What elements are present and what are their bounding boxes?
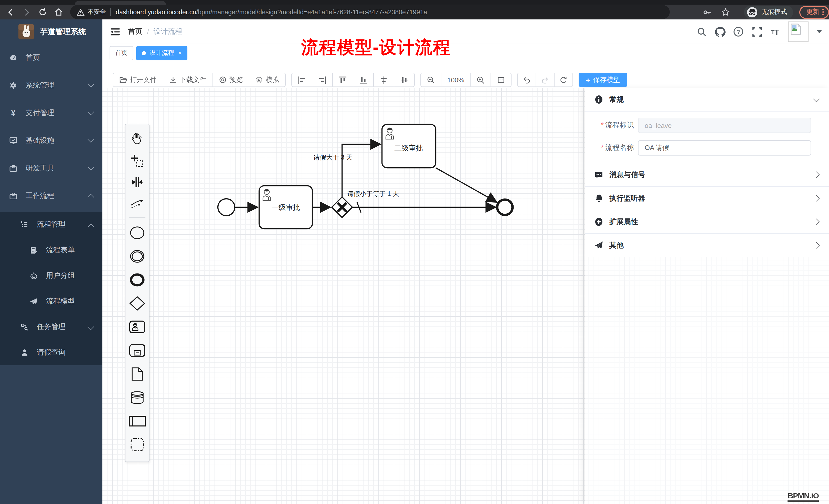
chevron-down-icon bbox=[87, 164, 94, 170]
open-file-button[interactable]: 打开文件 bbox=[113, 73, 163, 87]
yen-icon: ¥ bbox=[9, 109, 17, 117]
process-name-input[interactable] bbox=[638, 140, 811, 156]
align-center-button[interactable] bbox=[394, 73, 415, 87]
incognito-badge: 无痕模式 bbox=[744, 5, 793, 19]
avatar-dropdown-caret[interactable] bbox=[817, 30, 822, 33]
sidebar-collapse-button[interactable] bbox=[110, 26, 121, 37]
sidebar: 芋道管理系统 首页 系统管理 ¥ 支付管理 基础设施 bbox=[0, 20, 102, 504]
search-icon[interactable] bbox=[696, 26, 707, 37]
required-asterisk: * bbox=[601, 143, 604, 151]
url-path: /bpm/manager/model/design?modelId=e4a1a1… bbox=[196, 8, 427, 15]
end-event[interactable] bbox=[497, 200, 512, 215]
sidebar-item-process-model[interactable]: 流程模型 bbox=[0, 288, 102, 314]
font-size-icon[interactable]: TT bbox=[769, 26, 781, 37]
sidebar-item-infra[interactable]: 基础设施 bbox=[0, 127, 102, 155]
field-label: *流程标识 bbox=[585, 121, 634, 130]
flow-nodes-icon bbox=[21, 323, 29, 331]
undo-button[interactable] bbox=[517, 73, 536, 87]
tab-home[interactable]: 首页 bbox=[110, 46, 133, 60]
sidebar-item-home[interactable]: 首页 bbox=[0, 44, 102, 72]
flow-label-gt3days[interactable]: 请假大于 3 天 bbox=[313, 154, 353, 161]
align-top-button[interactable] bbox=[332, 73, 353, 87]
plus-icon: + bbox=[586, 76, 590, 84]
sidebar-item-system[interactable]: 系统管理 bbox=[0, 72, 102, 99]
sidebar-item-payment[interactable]: ¥ 支付管理 bbox=[0, 99, 102, 127]
reset-button[interactable] bbox=[554, 73, 573, 87]
required-asterisk: * bbox=[601, 121, 604, 129]
incognito-icon bbox=[747, 6, 758, 18]
help-icon[interactable]: ? bbox=[733, 26, 744, 37]
sidebar-item-label: 基础设施 bbox=[26, 136, 54, 145]
section-title: 消息与信号 bbox=[609, 170, 645, 179]
section-execution-listener[interactable]: 执行监听器 bbox=[585, 187, 829, 210]
download-file-button[interactable]: 下载文件 bbox=[163, 73, 213, 87]
button-label: 模拟 bbox=[266, 75, 279, 84]
redo-button[interactable] bbox=[536, 73, 554, 87]
avatar[interactable] bbox=[788, 22, 808, 42]
tree-list-icon bbox=[21, 221, 29, 229]
breadcrumb-home[interactable]: 首页 bbox=[128, 27, 142, 36]
sidebar-item-label: 工作流程 bbox=[26, 191, 54, 201]
flow-task2-to-end[interactable] bbox=[436, 168, 497, 202]
section-general[interactable]: 常规 bbox=[585, 88, 829, 112]
process-key-row: *流程标识 bbox=[585, 118, 829, 133]
bpmn-canvas[interactable]: 一级审批 二级审批 请 bbox=[102, 88, 829, 504]
align-middle-button[interactable] bbox=[373, 73, 394, 87]
history-button-group bbox=[517, 73, 573, 87]
monitor-check-icon bbox=[9, 137, 17, 145]
bell-icon bbox=[594, 194, 603, 203]
simulate-button[interactable]: 模拟 bbox=[249, 73, 286, 87]
flow-gateway-to-task2[interactable] bbox=[342, 144, 381, 197]
section-other[interactable]: 其他 bbox=[585, 234, 829, 257]
sidebar-item-task-mgmt[interactable]: 任务管理 bbox=[0, 314, 102, 340]
home-button[interactable] bbox=[53, 6, 64, 18]
sidebar-item-user-group[interactable]: 用户分组 bbox=[0, 263, 102, 288]
sidebar-item-label: 流程管理 bbox=[37, 220, 66, 229]
sidebar-item-leave-query[interactable]: 请假查询 bbox=[0, 340, 102, 365]
browser-active-tab[interactable] bbox=[75, 1, 166, 5]
breadcrumb: 首页 / 设计流程 bbox=[128, 27, 182, 36]
app-title: 芋道管理系统 bbox=[40, 27, 86, 37]
process-key-input[interactable] bbox=[638, 118, 811, 133]
insecure-warning-icon bbox=[77, 8, 84, 15]
fullscreen-icon[interactable] bbox=[751, 26, 762, 37]
user-task-level2[interactable]: 二级审批 bbox=[382, 124, 436, 168]
section-message-signal[interactable]: 消息与信号 bbox=[585, 163, 829, 187]
info-icon bbox=[594, 95, 603, 104]
browser-update-button[interactable]: 更新 bbox=[799, 5, 829, 19]
reload-button[interactable] bbox=[37, 6, 48, 18]
back-button[interactable] bbox=[5, 6, 16, 18]
bpmn-io-watermark[interactable]: BPMN.iO bbox=[788, 491, 819, 502]
password-key-icon[interactable] bbox=[701, 6, 713, 18]
align-right-button[interactable] bbox=[312, 73, 333, 87]
zoom-level-button[interactable]: 100% bbox=[441, 73, 471, 87]
incognito-label: 无痕模式 bbox=[761, 8, 787, 16]
zoom-out-button[interactable] bbox=[421, 73, 441, 87]
flow-label-le1day[interactable]: 请假小于等于 1 天 bbox=[347, 190, 399, 197]
sidebar-item-devtools[interactable]: 研发工具 bbox=[0, 155, 102, 182]
zoom-in-button[interactable] bbox=[470, 73, 491, 87]
sidebar-logo[interactable]: 芋道管理系统 bbox=[0, 20, 102, 44]
plus-circle-icon bbox=[594, 218, 603, 226]
sidebar-item-workflow[interactable]: 工作流程 bbox=[0, 182, 102, 210]
sidebar-item-process-mgmt[interactable]: 流程管理 bbox=[0, 212, 102, 237]
user-task-level1[interactable]: 一级审批 bbox=[259, 186, 312, 229]
start-event[interactable] bbox=[218, 199, 235, 216]
forward-button[interactable] bbox=[21, 6, 32, 18]
tab-design-process[interactable]: 设计流程 × bbox=[136, 46, 187, 60]
close-icon[interactable]: × bbox=[178, 50, 182, 56]
preview-button[interactable]: 预览 bbox=[213, 73, 249, 87]
sidebar-item-label: 首页 bbox=[26, 53, 40, 63]
address-bar[interactable]: 不安全 dashboard.yudao.iocoder.cn/bpm/manag… bbox=[70, 5, 670, 19]
browser-menu-icon[interactable] bbox=[822, 9, 824, 15]
save-model-button[interactable]: + 保存模型 bbox=[579, 73, 627, 87]
align-left-button[interactable] bbox=[291, 73, 312, 87]
sidebar-item-process-form[interactable]: 流程表单 bbox=[0, 237, 102, 263]
exclusive-gateway[interactable] bbox=[332, 197, 352, 218]
message-icon bbox=[594, 170, 603, 179]
align-bottom-button[interactable] bbox=[353, 73, 374, 87]
bookmark-star-icon[interactable] bbox=[720, 6, 731, 18]
section-extended-attributes[interactable]: 扩展属性 bbox=[585, 210, 829, 234]
github-icon[interactable] bbox=[714, 26, 726, 37]
zoom-fit-button[interactable] bbox=[491, 73, 511, 87]
